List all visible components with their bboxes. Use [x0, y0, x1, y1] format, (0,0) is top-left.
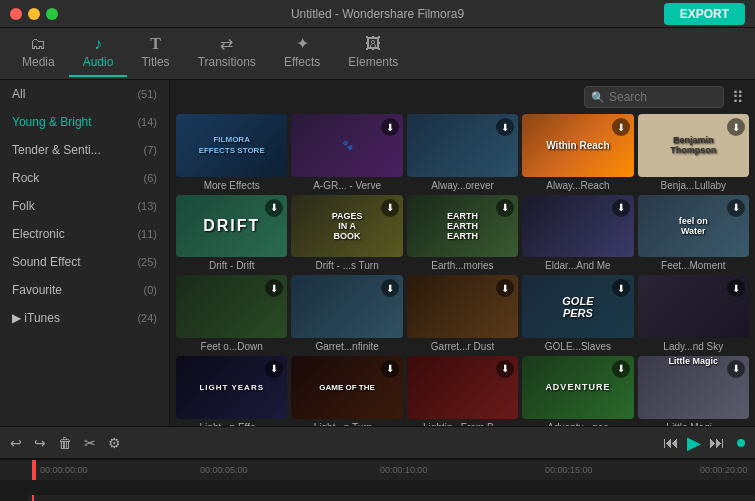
list-item[interactable]: FILMORAEFFECTS STORE More Effects: [176, 114, 287, 191]
download-icon[interactable]: ⬇: [612, 279, 630, 297]
sidebar-count-tender: (7): [144, 144, 157, 156]
download-icon[interactable]: ⬇: [496, 118, 514, 136]
download-icon[interactable]: ⬇: [727, 118, 745, 136]
download-icon[interactable]: ⬇: [727, 199, 745, 217]
media-thumb: ⬇ feel onWater: [638, 195, 749, 258]
media-item-label: Lady...nd Sky: [638, 341, 749, 352]
nav-tabs: 🗂 Media ♪ Audio T Titles ⇄ Transitions ✦…: [0, 28, 755, 80]
list-item[interactable]: ⬇ Eldar...And Me: [522, 195, 633, 272]
download-icon[interactable]: ⬇: [612, 199, 630, 217]
media-item-label: Garret...r Dust: [407, 341, 518, 352]
download-icon[interactable]: ⬇: [727, 360, 745, 378]
list-item[interactable]: ⬇ Lightin...From B...: [407, 356, 518, 426]
download-icon[interactable]: ⬇: [381, 118, 399, 136]
list-item[interactable]: ⬇ GAME OF THE Light...n Turn...: [291, 356, 402, 426]
minimize-button[interactable]: [28, 8, 40, 20]
list-item[interactable]: ⬇ Within Reach Alway...Reach: [522, 114, 633, 191]
sidebar-item-tender[interactable]: Tender & Senti... (7): [0, 136, 169, 164]
tab-audio[interactable]: ♪ Audio: [69, 30, 128, 77]
media-thumb: ⬇ LIGHT YEARS: [176, 356, 287, 419]
sidebar-item-favourite[interactable]: Favourite (0): [0, 276, 169, 304]
tab-elements[interactable]: 🖼 Elements: [334, 30, 412, 77]
content-area: 🔍 ⠿ FILMORAEFFECTS STORE More Effects ⬇ …: [170, 80, 755, 426]
sidebar-item-electronic[interactable]: Electronic (11): [0, 220, 169, 248]
sidebar-count-young-bright: (14): [137, 116, 157, 128]
media-thumb: ⬇ PAGESIN ABOOK: [291, 195, 402, 258]
download-icon[interactable]: ⬇: [265, 279, 283, 297]
download-icon[interactable]: ⬇: [496, 279, 514, 297]
sidebar-count-rock: (6): [144, 172, 157, 184]
list-item[interactable]: ⬇ PAGESIN ABOOK Drift - ...s Turn: [291, 195, 402, 272]
media-thumb: ⬇ ADVENTURE: [522, 356, 633, 419]
media-item-label: A-GR... - Verve: [291, 180, 402, 191]
timeline: 00:00:00:00 00:00:05:00 00:00:10:00 00:0…: [0, 458, 755, 501]
download-icon[interactable]: ⬇: [496, 360, 514, 378]
maximize-button[interactable]: [46, 8, 58, 20]
download-icon[interactable]: ⬇: [381, 360, 399, 378]
list-item[interactable]: ⬇ EARTHEARTHEARTH Earth...mories: [407, 195, 518, 272]
download-icon[interactable]: ⬇: [496, 199, 514, 217]
list-item[interactable]: ⬇ ADVENTURE Adventu...nce: [522, 356, 633, 426]
sidebar-count-folk: (13): [137, 200, 157, 212]
media-item-label: Little Magi...: [638, 422, 749, 426]
list-item[interactable]: ⬇ 🐾 A-GR... - Verve: [291, 114, 402, 191]
play-button[interactable]: ▶: [687, 432, 701, 454]
sidebar-item-all[interactable]: All (51): [0, 80, 169, 108]
download-icon[interactable]: ⬇: [381, 199, 399, 217]
list-item[interactable]: ⬇ Lady...nd Sky: [638, 275, 749, 352]
settings-button[interactable]: ⚙: [108, 435, 121, 451]
media-thumb: ⬇ Within Reach: [522, 114, 633, 177]
export-button[interactable]: EXPORT: [664, 3, 745, 25]
list-item[interactable]: ⬇ Garret...r Dust: [407, 275, 518, 352]
tab-media[interactable]: 🗂 Media: [8, 30, 69, 77]
media-thumb: ⬇ Little Magic: [638, 356, 749, 419]
search-icon: 🔍: [591, 91, 605, 104]
sidebar-item-rock[interactable]: Rock (6): [0, 164, 169, 192]
search-input[interactable]: [584, 86, 724, 108]
grid-view-icon[interactable]: ⠿: [732, 88, 745, 107]
sidebar: All (51) Young & Bright (14) Tender & Se…: [0, 80, 170, 426]
next-frame-button[interactable]: ⏭: [709, 434, 725, 452]
list-item[interactable]: ⬇ LIGHT YEARS Light...n Effe...: [176, 356, 287, 426]
sidebar-label-sound-effect: Sound Effect: [12, 255, 81, 269]
list-item[interactable]: ⬇ GOLEPERS GOLE...Slaves: [522, 275, 633, 352]
list-item[interactable]: ⬇ DRIFT Drift - Drift: [176, 195, 287, 272]
window-controls[interactable]: [10, 8, 58, 20]
sidebar-count-all: (51): [137, 88, 157, 100]
delete-button[interactable]: 🗑: [58, 435, 72, 451]
list-item[interactable]: ⬇ Feet o...Down: [176, 275, 287, 352]
timeline-track: ⊞: [0, 480, 755, 501]
download-icon[interactable]: ⬇: [265, 360, 283, 378]
download-icon[interactable]: ⬇: [612, 360, 630, 378]
list-item[interactable]: ⬇ Garret...nfinite: [291, 275, 402, 352]
tab-titles[interactable]: T Titles: [127, 30, 183, 77]
download-icon[interactable]: ⬇: [265, 199, 283, 217]
time-marker: 00:00:00:00: [40, 465, 88, 475]
list-item[interactable]: ⬇ BenjaminThompson Benja...Lullaby: [638, 114, 749, 191]
sidebar-item-sound-effect[interactable]: Sound Effect (25): [0, 248, 169, 276]
close-button[interactable]: [10, 8, 22, 20]
list-item[interactable]: ⬇ Little Magic Little Magi...: [638, 356, 749, 426]
list-item[interactable]: ⬇ feel onWater Feet...Moment: [638, 195, 749, 272]
audio-icon: ♪: [94, 36, 102, 52]
time-marker: 00:00:10:00: [380, 465, 428, 475]
download-icon[interactable]: ⬇: [612, 118, 630, 136]
tab-effects[interactable]: ✦ Effects: [270, 30, 334, 77]
media-thumb: ⬇ DRIFT: [176, 195, 287, 258]
media-item-label: GOLE...Slaves: [522, 341, 633, 352]
download-icon[interactable]: ⬇: [381, 279, 399, 297]
tab-transitions[interactable]: ⇄ Transitions: [184, 30, 270, 77]
prev-frame-button[interactable]: ⏮: [663, 434, 679, 452]
media-thumb: ⬇: [638, 275, 749, 338]
redo-button[interactable]: ↪: [34, 435, 46, 451]
cut-button[interactable]: ✂: [84, 435, 96, 451]
list-item[interactable]: ⬇ Alway...orever: [407, 114, 518, 191]
sidebar-label-folk: Folk: [12, 199, 35, 213]
undo-button[interactable]: ↩: [10, 435, 22, 451]
sidebar-item-young-bright[interactable]: Young & Bright (14): [0, 108, 169, 136]
sidebar-item-folk[interactable]: Folk (13): [0, 192, 169, 220]
sidebar-item-itunes[interactable]: ▶ iTunes (24): [0, 304, 169, 332]
download-icon[interactable]: ⬇: [727, 279, 745, 297]
tab-audio-label: Audio: [83, 55, 114, 69]
media-item-label: Lightin...From B...: [407, 422, 518, 426]
